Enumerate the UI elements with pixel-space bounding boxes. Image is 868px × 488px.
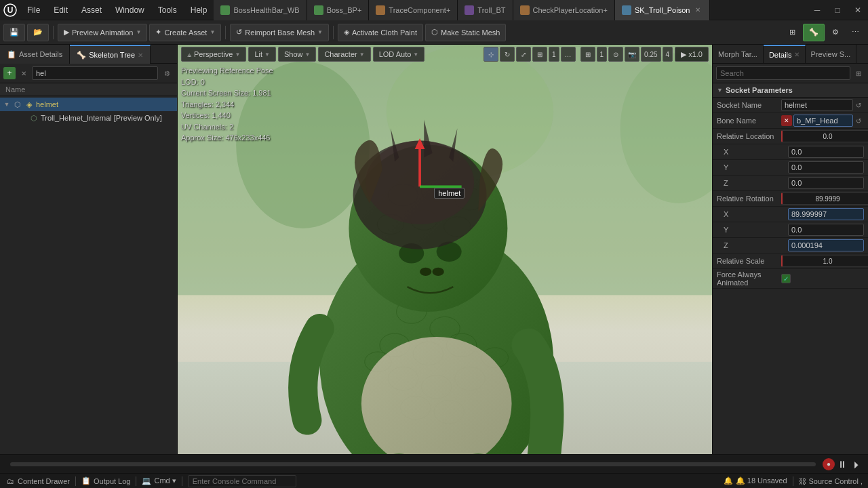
scale-button[interactable]: ⤢ — [516, 47, 531, 62]
menu-edit[interactable]: Edit — [47, 0, 75, 20]
play-anim-button[interactable]: ▶ x1.0 — [675, 47, 709, 62]
grid-view[interactable]: ⊞ — [580, 47, 595, 62]
menu-window[interactable]: Window — [108, 0, 151, 20]
right-panel: Morph Tar... Details ✕ Preview S... ⊞ ▼ … — [712, 45, 868, 454]
rotation-x-input[interactable] — [781, 192, 868, 205]
browse-button[interactable]: 📂 — [27, 24, 49, 41]
content-drawer-button[interactable]: 🗂 Content Drawer — [5, 476, 70, 486]
pause-button[interactable]: ⏸ — [835, 457, 850, 472]
show-button[interactable]: Show ▼ — [278, 47, 316, 62]
search-options-button[interactable]: ⚙ — [160, 67, 174, 79]
details-search-input[interactable] — [716, 66, 850, 80]
toolbar-extra-2[interactable]: 🦴 — [803, 24, 825, 41]
preview-animation-button[interactable]: ▶ Preview Animation ▼ — [58, 24, 147, 41]
grid-num[interactable]: 1 — [597, 47, 608, 62]
translate-button[interactable]: ⊹ — [484, 47, 498, 62]
menu-file[interactable]: File — [20, 0, 47, 20]
column-header: Name — [0, 83, 177, 96]
minimize-button[interactable]: ─ — [807, 0, 827, 20]
make-static-mesh-button[interactable]: ⬡ Make Static Mesh — [425, 24, 506, 41]
tree-leaf-arrow — [19, 114, 27, 122]
save-button[interactable]: 💾 — [3, 24, 25, 41]
menu-tools[interactable]: Tools — [151, 0, 184, 20]
record-icon: ● — [827, 460, 831, 468]
viewport-options[interactable]: … — [561, 47, 576, 62]
scale-x-input[interactable] — [781, 255, 868, 267]
rotation-x-detail[interactable] — [788, 208, 864, 220]
fov-button[interactable]: 4 — [663, 47, 673, 62]
camera-speed[interactable]: 1 — [549, 47, 559, 62]
location-z-detail[interactable] — [788, 177, 864, 189]
toolbar-extra-1[interactable]: ⊞ — [784, 24, 801, 41]
mesh-icon-internal: ⬡ — [29, 113, 39, 123]
timeline-scrubber[interactable] — [10, 462, 816, 466]
unsaved-indicator[interactable]: 🔔 🔔 18 Unsaved — [724, 476, 787, 485]
socket-icon: ◈ — [24, 100, 34, 109]
surface-button[interactable]: ⊞ — [532, 47, 547, 62]
location-x-detail[interactable] — [788, 146, 864, 158]
search-input[interactable] — [32, 66, 158, 80]
output-log-icon: 📋 — [81, 476, 91, 486]
socket-name-input[interactable] — [781, 99, 853, 111]
main-area: 📋 Asset Details 🦴 Skeleton Tree ✕ + ✕ ⚙ … — [0, 45, 868, 454]
tree-item-troll-helmet[interactable]: ⬡ Troll_Helmet_Internal [Preview Only] — [14, 111, 177, 125]
tab-asset-details[interactable]: 📋 Asset Details — [0, 45, 70, 64]
tab-checkplayer[interactable]: CheckPlayerLocation+ — [513, 0, 615, 20]
tree-item-helmet[interactable]: ▼ ⬡ ◈ helmet — [0, 98, 177, 111]
tab-morph-targets[interactable]: Morph Tar... — [713, 45, 764, 64]
skeleton-icon: 🦴 — [77, 51, 86, 60]
lod-button[interactable]: LOD Auto ▼ — [373, 47, 425, 62]
tab-trollbt[interactable]: Troll_BT — [458, 0, 513, 20]
play-button[interactable]: ⏵ — [850, 457, 865, 472]
create-asset-button[interactable]: ✦ Create Asset ▼ — [149, 24, 221, 41]
perspective-button[interactable]: ⟁ Perspective ▼ — [181, 47, 246, 62]
viewport[interactable]: helmet ⟁ Perspective ▼ Lit ▼ Show ▼ Char… — [178, 45, 712, 454]
add-button[interactable]: + — [3, 67, 16, 79]
reimport-button[interactable]: ↺ Reimport Base Mesh ▼ — [230, 24, 329, 41]
tab-sktroll[interactable]: SK_Troll_Poison ✕ — [615, 0, 711, 20]
bone-clear-button[interactable]: ✕ — [781, 115, 792, 126]
tree-expand-arrow[interactable]: ▼ — [3, 100, 11, 108]
clear-search-button[interactable]: ✕ — [18, 67, 30, 79]
toolbar-extra-3[interactable]: ⚙ — [827, 24, 844, 41]
menu-asset[interactable]: Asset — [75, 0, 108, 20]
tab-skeleton-tree[interactable]: 🦴 Skeleton Tree ✕ — [70, 45, 151, 64]
socket-name-row: Socket Name ↺ — [713, 98, 868, 113]
menu-help[interactable]: Help — [184, 0, 214, 20]
source-control-button[interactable]: ⛓ Source Control , — [799, 477, 863, 485]
tab-details[interactable]: Details ✕ — [764, 45, 806, 64]
location-y-detail[interactable] — [788, 161, 864, 174]
character-button[interactable]: Character ▼ — [318, 47, 370, 62]
panel-grid-button[interactable]: ⊞ — [852, 67, 865, 79]
rotate-button[interactable]: ↻ — [500, 47, 515, 62]
record-button[interactable]: ● — [823, 458, 835, 470]
close-details-tab[interactable]: ✕ — [794, 51, 800, 58]
reference-pose-label: Previewing Reference Pose — [181, 65, 273, 77]
close-tab-sktroll[interactable]: ✕ — [693, 5, 703, 15]
speed-setting[interactable]: 0.25 — [641, 47, 660, 62]
activate-cloth-button[interactable]: ◈ Activate Cloth Paint — [338, 24, 423, 41]
tab-bosshealthbar[interactable]: BossHealthBar_WB — [214, 0, 307, 20]
socket-params-header[interactable]: ▼ Socket Parameters — [713, 83, 868, 98]
toolbar-extra-4[interactable]: ⋯ — [846, 24, 865, 41]
force-animated-checkbox[interactable]: ✓ — [781, 274, 791, 283]
tab-preview-scene[interactable]: Preview S... — [806, 45, 857, 64]
lit-button[interactable]: Lit ▼ — [248, 47, 276, 62]
rotation-z-detail[interactable] — [788, 239, 864, 251]
tab-bossbp[interactable]: Boss_BP+ — [307, 0, 370, 20]
output-log-button[interactable]: 📋 Output Log — [81, 476, 130, 486]
camera-icon[interactable]: 📷 — [625, 47, 639, 62]
console-input[interactable] — [188, 475, 296, 487]
location-x-input[interactable] — [781, 130, 868, 142]
bone-name-reset[interactable]: ↺ — [853, 115, 864, 126]
tab-tracecomponent[interactable]: TraceComponent+ — [369, 0, 458, 20]
perspective-icon: ⟁ — [187, 50, 192, 58]
snap-button[interactable]: ⊙ — [608, 47, 623, 62]
cmd-button[interactable]: 💻 Cmd ▾ — [142, 476, 176, 486]
bone-name-input[interactable] — [793, 115, 853, 127]
socket-name-reset[interactable]: ↺ — [853, 100, 864, 110]
rotation-y-detail[interactable] — [788, 224, 864, 236]
close-skeleton-tab[interactable]: ✕ — [138, 52, 143, 59]
close-button[interactable]: ✕ — [848, 0, 868, 20]
maximize-button[interactable]: □ — [827, 0, 848, 20]
